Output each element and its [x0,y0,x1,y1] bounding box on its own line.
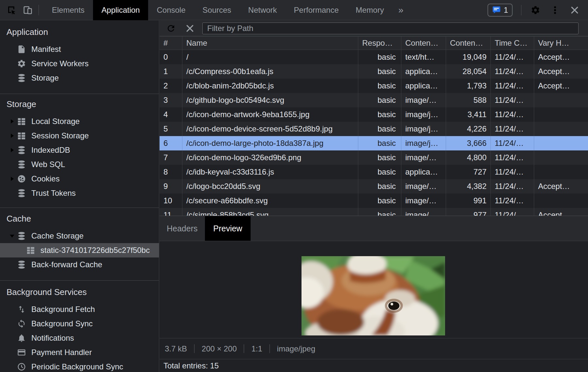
expander-slot[interactable] [8,74,17,82]
sidebar-item-label: Notifications [31,333,74,343]
issues-chat-icon [492,6,501,14]
panel-tab[interactable]: Performance [286,0,347,20]
sidebar-item[interactable]: Periodic Background Sync [0,360,159,372]
panel-tab[interactable]: Network [240,0,286,20]
table-row[interactable]: 2 /c/blob-anim-2db05bdc.js basic applica… [160,79,588,93]
expander-slot[interactable] [8,363,17,371]
close-icon[interactable] [569,5,580,16]
sidebar-item[interactable]: Payment Handler [0,345,159,360]
sidebar-item[interactable]: Trust Tokens [0,186,159,200]
sidebar-item[interactable]: Service Workers [0,56,159,71]
sidebar-item-label: Periodic Background Sync [31,362,123,371]
cell-vary-header: Accept… [534,179,588,194]
column-header[interactable]: Conten… [446,37,491,50]
cell-time-cached: 11/24/… [491,208,534,216]
sidebar-item[interactable]: Notifications [0,331,159,345]
column-header[interactable]: Conten… [401,37,446,50]
table-row[interactable]: 9 /c/logo-bcc20dd5.svg basic image/… 4,3… [160,179,588,194]
issues-badge[interactable]: 1 [487,4,513,17]
table-row[interactable]: 8 /c/idb-keyval-c33d3116.js basic applic… [160,165,588,179]
cell-time-cached: 11/24/… [491,64,534,79]
total-entries-bar: Total entries: 15 [160,359,588,372]
cell-content-length: 19,049 [446,50,491,64]
cell-index: 0 [160,50,182,64]
column-header[interactable]: Name [182,37,358,50]
filter-by-path-input[interactable] [202,23,579,34]
sidebar-item[interactable]: Back-forward Cache [0,257,159,272]
sidebar-item[interactable]: Manifest [0,42,159,56]
expander-slot[interactable] [8,319,17,328]
preview-tab[interactable]: Headers [160,216,205,241]
sidebar-item[interactable]: Storage [0,71,159,85]
cell-vary-header [534,165,588,179]
expander-slot[interactable] [8,132,17,140]
expander-slot[interactable] [8,334,17,342]
device-toolbar-icon[interactable] [22,5,33,16]
inspect-element-icon[interactable] [6,5,17,16]
section-title-application: Application [0,27,159,37]
table-row[interactable]: 4 /c/icon-demo-artwork-9eba1655.jpg basi… [160,107,588,122]
sidebar-item-label: Storage [31,73,59,83]
expander-slot[interactable] [8,160,17,169]
table-row[interactable]: 6 /c/icon-demo-large-photo-18da387a.jpg … [160,136,588,150]
cell-time-cached: 11/24/… [491,122,534,136]
cell-content-length: 977 [446,208,491,216]
cell-content-type: image/j… [401,136,446,150]
preview-tab[interactable]: Preview [205,216,251,241]
sidebar-item-label: IndexedDB [31,146,70,155]
cell-time-cached: 11/24/… [491,136,534,150]
expander-slot[interactable] [8,59,17,68]
expander-slot[interactable] [8,348,17,357]
cookie-icon [17,174,26,183]
table-row[interactable]: 11 /c/simple-858b3cd5.svg basic image/… … [160,208,588,216]
expander-slot[interactable] [8,232,17,240]
expander-slot[interactable] [8,117,17,126]
cell-response-type: basic [358,79,401,93]
column-header[interactable]: Time C… [491,37,534,50]
sidebar-item[interactable]: Background Fetch [0,302,159,317]
sidebar-item[interactable]: IndexedDB [0,143,159,157]
sidebar-item[interactable]: Cache Storage [0,229,159,243]
cell-time-cached: 11/24/… [491,150,534,165]
expander-slot[interactable] [18,246,26,255]
table-row[interactable]: 3 /c/github-logo-bc05494c.svg basic imag… [160,93,588,107]
kebab-menu-icon[interactable] [549,5,561,16]
table-row[interactable]: 10 /c/secure-a66bbdfe.svg basic image/… … [160,194,588,208]
sidebar-item[interactable]: Web SQL [0,157,159,172]
panel-tab[interactable]: Elements [43,0,93,20]
sidebar-item[interactable]: Session Storage [0,129,159,143]
column-header[interactable]: # [160,37,182,50]
sidebar-item[interactable]: Local Storage [0,114,159,129]
panel-tab[interactable]: Console [148,0,194,20]
expander-slot[interactable] [8,146,17,154]
expander-slot[interactable] [8,260,17,269]
more-tabs-chevron-icon[interactable]: » [393,1,410,20]
column-header[interactable]: Respo… [358,37,401,50]
cell-name: /c/secure-a66bbdfe.svg [182,194,358,208]
expander-slot[interactable] [8,189,17,197]
clear-filter-icon[interactable] [185,23,195,33]
sidebar-item[interactable]: Background Sync [0,317,159,331]
table-row[interactable]: 7 /c/icon-demo-logo-326ed9b6.png basic i… [160,150,588,165]
cell-content-length: 588 [446,93,491,107]
cell-content-length: 28,054 [446,64,491,79]
settings-gear-icon[interactable] [530,5,541,16]
application-section-items: Manifest Service Workers Storage [0,42,159,85]
expander-slot[interactable] [8,305,17,314]
expander-slot[interactable] [8,175,17,183]
column-header[interactable]: Vary H… [534,37,588,50]
panel-tab[interactable]: Memory [347,0,393,20]
expander-slot[interactable] [8,45,17,54]
sidebar-item[interactable]: static-3741017226db5c27f50bc [0,243,159,257]
refresh-icon[interactable] [166,23,176,33]
panel-tab[interactable]: Sources [194,0,240,20]
table-row[interactable]: 0 / basic text/ht… 19,049 11/24/… Accept… [160,50,588,64]
sidebar-item[interactable]: Cookies [0,172,159,186]
table-row[interactable]: 1 /c/Compress-00b1eafa.js basic applica…… [160,64,588,79]
cell-vary-header: Accept… [534,79,588,93]
panel-tab[interactable]: Application [93,0,148,20]
cell-time-cached: 11/24/… [491,107,534,122]
database-icon [17,260,26,269]
cell-vary-header: Accept… [534,64,588,79]
table-row[interactable]: 5 /c/icon-demo-device-screen-5d52d8b9.jp… [160,122,588,136]
